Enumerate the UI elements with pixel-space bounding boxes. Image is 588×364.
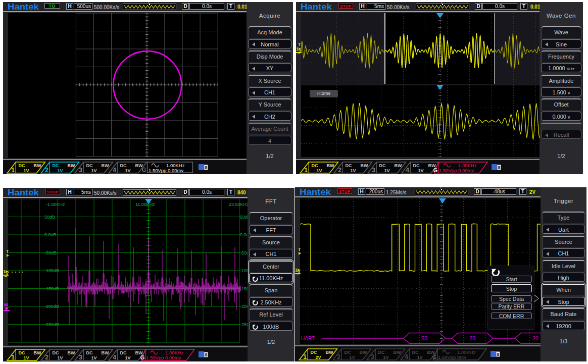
svg-text:G: G (432, 354, 437, 360)
svg-text:1.50Vpp 0.00mv: 1.50Vpp 0.00mv (146, 355, 181, 360)
svg-text:55: 55 (421, 335, 427, 341)
svg-text:8: 8 (205, 165, 207, 170)
svg-text:3: 3 (79, 354, 82, 361)
svg-text:2V: 2V (315, 355, 321, 360)
svg-text:1V: 1V (57, 355, 63, 360)
svg-text:DC: DC (120, 350, 127, 355)
svg-text:DC: DC (53, 163, 59, 168)
svg-text:1V: 1V (125, 355, 130, 360)
svg-text:8: 8 (498, 165, 500, 170)
svg-text:DC: DC (346, 163, 352, 168)
svg-text:20: 20 (532, 335, 538, 341)
svg-text:G: G (140, 354, 145, 360)
svg-text:1.00KHz: 1.00KHz (166, 162, 185, 168)
svg-text:8: 8 (205, 352, 207, 357)
svg-text:UART: UART (301, 336, 315, 341)
svg-text:DC: DC (86, 163, 93, 168)
svg-text:DC: DC (412, 350, 419, 355)
svg-text:DC: DC (19, 350, 25, 355)
svg-text:1V: 1V (316, 168, 322, 173)
svg-text:3: 3 (372, 167, 375, 174)
svg-text:1.00KHz: 1.00KHz (458, 162, 477, 168)
svg-text:2: 2 (337, 353, 340, 360)
svg-text:G: G (142, 167, 146, 173)
svg-text:1: 1 (304, 167, 308, 174)
svg-text:1V: 1V (23, 168, 29, 173)
svg-text:DC: DC (312, 163, 318, 168)
svg-text:3: 3 (371, 353, 374, 360)
svg-text:DC: DC (311, 350, 317, 355)
svg-text:1V: 1V (91, 355, 96, 360)
svg-text:1: 1 (303, 353, 307, 360)
svg-text:4: 4 (113, 354, 116, 361)
svg-text:DC: DC (379, 163, 386, 168)
svg-text:1V: 1V (417, 355, 422, 360)
svg-text:1.50Vpp 0.00mv: 1.50Vpp 0.00mv (439, 168, 474, 173)
svg-text:1V: 1V (23, 355, 29, 360)
svg-text:DC: DC (86, 350, 93, 355)
svg-text:1V: 1V (384, 168, 389, 173)
svg-text:25: 25 (469, 335, 475, 341)
svg-text:1V: 1V (350, 168, 356, 173)
svg-text:3: 3 (79, 167, 82, 174)
svg-text:4: 4 (113, 167, 116, 174)
svg-text:1V: 1V (383, 355, 388, 360)
svg-text:1V: 1V (125, 168, 130, 173)
svg-text:1: 1 (11, 354, 15, 361)
svg-text:1.00KHz: 1.00KHz (165, 350, 184, 355)
svg-text:DC: DC (378, 350, 385, 355)
svg-text:1V: 1V (57, 168, 63, 173)
svg-text:G: G (433, 167, 438, 173)
svg-text:1V: 1V (91, 168, 96, 173)
svg-text:DC: DC (413, 163, 420, 168)
svg-text:1V: 1V (418, 168, 423, 173)
svg-text:2: 2 (45, 167, 48, 174)
svg-text:1: 1 (11, 167, 15, 174)
svg-text:1V: 1V (349, 355, 355, 360)
svg-text:DC: DC (53, 350, 59, 355)
svg-text:1.50Vpp 0.00mv: 1.50Vpp 0.00mv (149, 168, 183, 173)
svg-text:1.00KHz: 1.00KHz (457, 349, 476, 355)
svg-text:4: 4 (405, 353, 408, 360)
svg-text:8: 8 (497, 352, 499, 357)
svg-text:DC: DC (19, 163, 25, 168)
svg-text:DC: DC (120, 163, 127, 168)
svg-text:2: 2 (45, 354, 48, 361)
svg-text:1.50Vpp 0mv: 1.50Vpp 0mv (438, 354, 466, 360)
svg-text:2: 2 (338, 167, 341, 174)
svg-text:4: 4 (406, 167, 409, 174)
svg-text:DC: DC (345, 350, 351, 355)
